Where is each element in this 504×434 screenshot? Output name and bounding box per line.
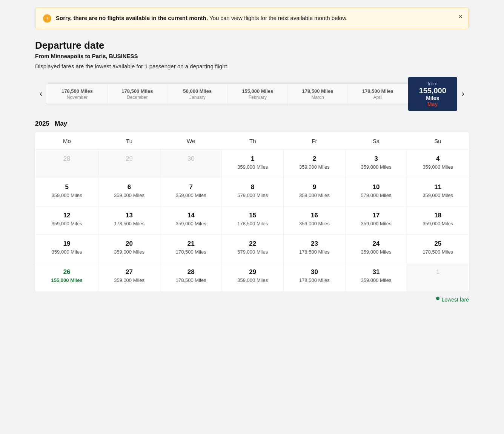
day-miles: 178,500 Miles <box>225 221 280 226</box>
calendar-cell[interactable]: 7359,000 Miles <box>160 178 222 206</box>
day-miles: 178,500 Miles <box>163 277 219 283</box>
next-month-button[interactable]: › <box>457 86 469 102</box>
month-item-december[interactable]: 178,500 Miles December <box>108 84 167 105</box>
day-number: 23 <box>287 240 342 248</box>
weekday-header-we: We <box>160 132 222 150</box>
calendar-week-5: 26155,000 Miles27359,000 Miles28178,500 … <box>35 263 469 291</box>
day-miles: 359,000 Miles <box>225 164 280 170</box>
weekday-header-th: Th <box>222 132 284 150</box>
day-number: 14 <box>163 212 219 219</box>
month-name: March <box>311 95 324 100</box>
calendar-cell[interactable]: 19359,000 Miles <box>35 235 98 263</box>
day-number: 6 <box>101 183 157 191</box>
calendar-cell[interactable]: 25178,500 Miles <box>407 235 469 263</box>
page-title: Departure date <box>35 40 469 51</box>
calendar-cell[interactable]: 10579,000 Miles <box>345 178 407 206</box>
calendar-cell[interactable]: 22579,000 Miles <box>222 235 284 263</box>
day-number: 13 <box>101 212 157 219</box>
day-number: 15 <box>225 212 280 219</box>
day-miles: 359,000 Miles <box>349 221 404 226</box>
calendar-cell[interactable]: 5359,000 Miles <box>35 178 98 206</box>
calendar-cell[interactable]: 23178,500 Miles <box>284 235 346 263</box>
day-number: 22 <box>225 240 280 248</box>
calendar-cell[interactable]: 12359,000 Miles <box>35 206 98 235</box>
day-miles: 178,500 Miles <box>410 249 466 255</box>
day-number: 27 <box>101 268 157 276</box>
day-miles: 359,000 Miles <box>287 221 342 226</box>
month-item-february[interactable]: 155,000 Miles February <box>228 84 288 105</box>
calendar-cell[interactable]: 13178,500 Miles <box>98 206 160 235</box>
calendar-cell[interactable]: 20359,000 Miles <box>98 235 160 263</box>
month-miles: 50,000 Miles <box>183 88 212 94</box>
day-number: 28 <box>163 268 219 276</box>
month-item-november[interactable]: 178,500 Miles November <box>47 84 107 105</box>
calendar-cell[interactable]: 21178,500 Miles <box>160 235 222 263</box>
calendar-cell: 29 <box>98 150 160 178</box>
month-item-march[interactable]: 178,500 Miles March <box>288 84 348 105</box>
calendar-cell[interactable]: 29359,000 Miles <box>222 263 284 291</box>
day-miles: 359,000 Miles <box>410 192 466 198</box>
day-miles: 359,000 Miles <box>225 277 280 283</box>
calendar-cell[interactable]: 9359,000 Miles <box>284 178 346 206</box>
selected-miles-value: 155,000 <box>419 86 446 95</box>
day-number: 20 <box>101 240 157 248</box>
departure-header: Departure date From Minneapolis to Paris… <box>35 40 469 69</box>
day-miles: 579,000 Miles <box>225 249 280 255</box>
month-name: January <box>189 95 206 100</box>
calendar-cell[interactable]: 27359,000 Miles <box>98 263 160 291</box>
month-item-april[interactable]: 178,500 Miles April <box>348 84 407 105</box>
calendar-week-1: 2829301359,000 Miles2359,000 Miles3359,0… <box>35 150 469 178</box>
day-number: 24 <box>349 240 404 248</box>
selected-month-name: May <box>427 101 438 107</box>
calendar-cell[interactable]: 3359,000 Miles <box>345 150 407 178</box>
weekday-header-mo: Mo <box>35 132 98 150</box>
day-number: 16 <box>287 212 342 219</box>
calendar-cell[interactable]: 8579,000 Miles <box>222 178 284 206</box>
day-miles: 155,000 Miles <box>38 277 95 283</box>
month-miles: 178,500 Miles <box>61 88 93 94</box>
month-slider: 178,500 Miles November 178,500 Miles Dec… <box>47 83 408 105</box>
day-miles: 359,000 Miles <box>287 192 342 198</box>
calendar-cell[interactable]: 26155,000 Miles <box>35 263 98 291</box>
alert-close-button[interactable]: × <box>458 13 463 20</box>
month-name: April <box>373 95 382 100</box>
day-number: 7 <box>163 183 219 191</box>
calendar-cell[interactable]: 2359,000 Miles <box>284 150 346 178</box>
day-miles: 359,000 Miles <box>410 221 466 226</box>
calendar-cell[interactable]: 17359,000 Miles <box>345 206 407 235</box>
from-label: from <box>428 81 438 86</box>
day-number: 21 <box>163 240 219 248</box>
calendar-cell[interactable]: 28178,500 Miles <box>160 263 222 291</box>
day-miles: 359,000 Miles <box>101 249 157 255</box>
calendar-cell[interactable]: 15178,500 Miles <box>222 206 284 235</box>
prev-month-button[interactable]: ‹ <box>35 86 47 102</box>
calendar-cell[interactable]: 14359,000 Miles <box>160 206 222 235</box>
calendar-cell[interactable]: 18359,000 Miles <box>407 206 469 235</box>
calendar-cell[interactable]: 11359,000 Miles <box>407 178 469 206</box>
calendar-cell[interactable]: 16359,000 Miles <box>284 206 346 235</box>
weekday-header-fr: Fr <box>284 132 346 150</box>
selected-month-panel: from 155,000 Miles May <box>408 77 457 111</box>
day-miles: 359,000 Miles <box>349 277 404 283</box>
day-number: 29 <box>101 155 157 163</box>
day-miles: 359,000 Miles <box>101 192 157 198</box>
calendar-cell[interactable]: 6359,000 Miles <box>98 178 160 206</box>
day-number: 1 <box>410 268 466 276</box>
month-item-january[interactable]: 50,000 Miles January <box>167 84 227 105</box>
calendar-cell[interactable]: 31359,000 Miles <box>345 263 407 291</box>
day-number: 25 <box>410 240 466 248</box>
calendar-cell[interactable]: 24359,000 Miles <box>345 235 407 263</box>
day-number: 8 <box>225 183 280 191</box>
month-miles: 178,500 Miles <box>362 88 393 94</box>
page-wrapper: ! Sorry, there are no flights available … <box>35 8 469 303</box>
day-number: 4 <box>410 155 466 163</box>
calendar-cell[interactable]: 30178,500 Miles <box>284 263 346 291</box>
calendar-cell[interactable]: 1359,000 Miles <box>222 150 284 178</box>
calendar-cell[interactable]: 4359,000 Miles <box>407 150 469 178</box>
day-miles: 359,000 Miles <box>163 221 219 226</box>
legend: Lowest fare <box>35 297 469 303</box>
day-number: 10 <box>349 183 404 191</box>
calendar-cell: 28 <box>35 150 98 178</box>
alert-text: Sorry, there are no flights available in… <box>56 14 347 23</box>
day-miles: 359,000 Miles <box>38 249 95 255</box>
